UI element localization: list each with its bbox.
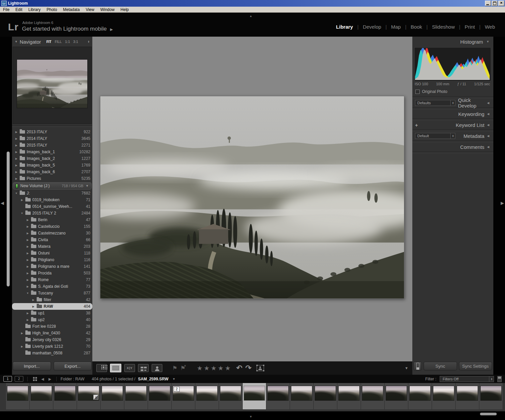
- zoom-mode-1-1[interactable]: 1:1: [65, 40, 70, 44]
- folder-row-images-back-1[interactable]: ▶Images_back_110282: [12, 149, 92, 155]
- filmstrip-cell-6[interactable]: [124, 383, 148, 409]
- histogram-header[interactable]: Histogram ▼: [412, 38, 493, 45]
- folder-row-filter[interactable]: ▶filter42: [12, 296, 92, 303]
- module-develop[interactable]: Develop: [363, 24, 381, 30]
- filmstrip-cell-10[interactable]: [219, 383, 243, 409]
- filmstrip-cell-11[interactable]: [243, 383, 266, 409]
- expand-right-icon[interactable]: ▶: [26, 318, 29, 321]
- collapse-bottom-icon[interactable]: ▼: [249, 415, 252, 418]
- expand-down-icon[interactable]: ▼: [20, 212, 24, 215]
- menu-file[interactable]: File: [0, 7, 12, 13]
- impromptu-slideshow-icon[interactable]: [257, 365, 264, 371]
- expand-down-icon[interactable]: ▼: [15, 192, 18, 195]
- export-button[interactable]: Export...: [54, 362, 92, 370]
- folder-row-jersey-city-0326[interactable]: Jersey city 032629: [12, 336, 92, 343]
- folder-row-raw[interactable]: ▶RAW404: [12, 303, 92, 310]
- rotate-right-button[interactable]: ↷: [245, 364, 251, 372]
- import-button[interactable]: Import...: [13, 362, 51, 370]
- menu-library[interactable]: Library: [25, 7, 44, 13]
- filmstrip-cell-19[interactable]: [432, 383, 456, 409]
- menu-metadata[interactable]: Metadata: [60, 7, 83, 13]
- collapse-left-icon[interactable]: ◀: [487, 145, 489, 149]
- folder-row-castelluccio[interactable]: ▶Castelluccio155: [12, 223, 92, 230]
- original-photo-checkbox[interactable]: [415, 90, 420, 94]
- expand-right-icon[interactable]: ▶: [15, 177, 18, 180]
- filmstrip-cell-15[interactable]: [337, 383, 361, 409]
- filmstrip-cell-13[interactable]: [290, 383, 314, 409]
- folder-row-tuscany[interactable]: ▼Tuscany877: [12, 290, 92, 296]
- mobile-promo-link[interactable]: Get started with Lightroom mobile▶: [22, 26, 113, 32]
- filmstrip-cell-5[interactable]: [101, 383, 124, 409]
- folder-row-high-line-0430[interactable]: ▶High_line_043042: [12, 330, 92, 336]
- folder-row-images-back-5[interactable]: ▶Images_back_51769: [12, 162, 92, 169]
- folder-row-up1[interactable]: ▶up138: [12, 310, 92, 316]
- expand-right-icon[interactable]: ▶: [26, 225, 29, 228]
- compare-view-button[interactable]: X|Y: [124, 364, 135, 372]
- collapse-left-icon[interactable]: ◀: [487, 112, 489, 116]
- filter-toggle-switch[interactable]: [497, 376, 502, 382]
- expand-right-icon[interactable]: ▶: [15, 157, 18, 160]
- sync-toggle-button[interactable]: [414, 362, 422, 370]
- folder-row-pitigliano[interactable]: ▶Pitigliano116: [12, 256, 92, 263]
- collapse-left-panel-icon[interactable]: ◀: [1, 201, 4, 206]
- folder-row-polignano-a-mare[interactable]: ▶Polignano a mare141: [12, 263, 92, 270]
- expand-right-icon[interactable]: ▶: [26, 285, 29, 288]
- folder-row-ostuni[interactable]: ▶Ostuni118: [12, 250, 92, 256]
- zoom-spinner-icon[interactable]: ▲ ▼: [88, 40, 90, 43]
- menu-view[interactable]: View: [83, 7, 97, 13]
- main-window-button[interactable]: 1: [3, 376, 12, 382]
- expand-right-icon[interactable]: ▶: [20, 345, 24, 348]
- photo-preview[interactable]: [100, 96, 404, 299]
- filter-dropdown[interactable]: Filters Off ▲ ▼: [440, 376, 494, 382]
- add-keyword-button[interactable]: +: [415, 122, 418, 128]
- flag-reject-button[interactable]: ⚑✕: [180, 365, 185, 372]
- expand-right-icon[interactable]: ▶: [20, 332, 24, 335]
- minimize-button[interactable]: [485, 1, 491, 6]
- zoom-mode-3-1[interactable]: 3:1: [73, 40, 78, 44]
- module-slideshow[interactable]: Slideshow: [432, 24, 455, 30]
- histogram-graph[interactable]: [415, 48, 491, 81]
- volume-header[interactable]: New Volume (J:) 718 / 954 GB ▼: [13, 182, 92, 190]
- filmstrip-cell-3[interactable]: [53, 383, 77, 409]
- expand-down-icon[interactable]: ▼: [26, 292, 29, 295]
- collapse-left-icon[interactable]: ◀: [487, 134, 489, 138]
- folder-row-j[interactable]: ▼J:7682: [12, 190, 92, 197]
- folder-row-castelmezzano[interactable]: ▶Castelmezzano30: [12, 230, 92, 236]
- expand-right-icon[interactable]: ▶: [26, 265, 29, 268]
- loupe-view-button[interactable]: [110, 364, 121, 372]
- folder-row-matera[interactable]: ▶Matera203: [12, 243, 92, 250]
- module-library[interactable]: Library: [336, 24, 353, 30]
- folder-row-2013-italy[interactable]: ▶2013 ITALY922: [12, 129, 92, 135]
- filmstrip-cell-21[interactable]: [479, 383, 503, 409]
- expand-right-icon[interactable]: ▶: [32, 305, 35, 308]
- star-rating[interactable]: ★★★★★: [197, 364, 232, 372]
- collapse-right-panel-icon[interactable]: ▶: [501, 201, 504, 206]
- folder-row-fort-lee-0228[interactable]: Fort lee 022828: [12, 323, 92, 330]
- go-to-grid-icon[interactable]: [33, 377, 35, 379]
- folder-row-2014-italy[interactable]: ▶2014 ITALY3645: [12, 135, 92, 142]
- expand-right-icon[interactable]: ▶: [26, 238, 29, 241]
- expand-right-icon[interactable]: ▶: [20, 199, 24, 202]
- expand-right-icon[interactable]: ▶: [15, 144, 18, 147]
- filmstrip-source-caret[interactable]: ▼: [172, 377, 175, 381]
- filmstrip-cell-2[interactable]: [30, 383, 53, 409]
- filmstrip-cell-20[interactable]: [456, 383, 479, 409]
- selected-filename[interactable]: SAM_2599.SRW: [138, 377, 168, 381]
- folder-row-procida[interactable]: ▶Procida503: [12, 270, 92, 276]
- module-map[interactable]: Map: [391, 24, 401, 30]
- folder-row-berin[interactable]: ▶Berin47: [12, 216, 92, 223]
- expand-right-icon[interactable]: ▶: [15, 151, 18, 154]
- filmstrip-cell-8[interactable]: 2: [172, 383, 195, 409]
- collapse-left-icon[interactable]: ◀: [487, 101, 489, 105]
- filmstrip-cell-9[interactable]: [195, 383, 219, 409]
- expand-right-icon[interactable]: ▶: [15, 131, 18, 134]
- preset-dropdown[interactable]: Defaults▲ ▼: [415, 100, 455, 106]
- expand-right-icon[interactable]: ▶: [26, 232, 29, 235]
- folder-row-images-back-2[interactable]: ▶Images_back_21227: [12, 155, 92, 162]
- preset-dropdown[interactable]: Default▲ ▼: [415, 133, 455, 139]
- menu-edit[interactable]: Edit: [12, 7, 25, 13]
- navigator-preview[interactable]: [13, 47, 92, 124]
- folder-row-manhattan-0508[interactable]: manhattan_0508287: [12, 350, 92, 356]
- menu-photo[interactable]: Photo: [44, 7, 60, 13]
- expand-right-icon[interactable]: ▶: [26, 258, 29, 261]
